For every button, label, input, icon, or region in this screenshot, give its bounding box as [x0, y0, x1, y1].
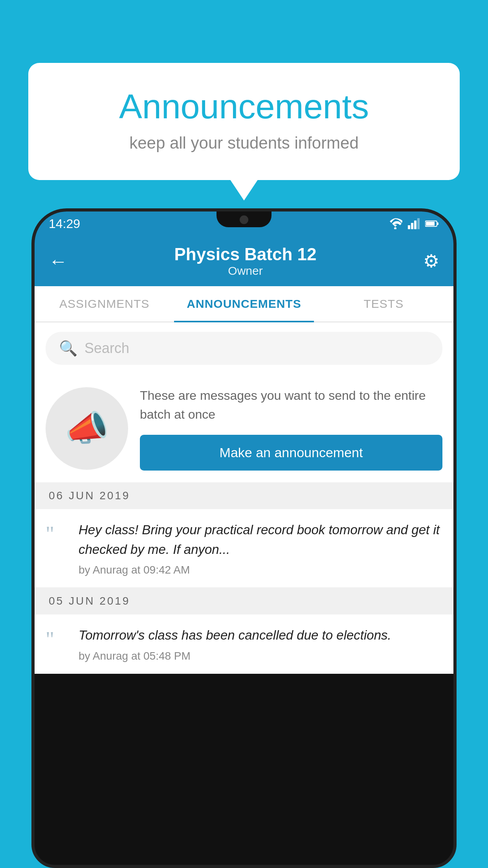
promo-right: These are messages you want to send to t…: [140, 386, 442, 471]
svg-rect-1: [408, 225, 410, 229]
bubble-subtitle: keep all your students informed: [60, 134, 428, 153]
announcement-text-1: Hey class! Bring your practical record b…: [79, 520, 442, 559]
promo-section: 📣 These are messages you want to send to…: [35, 374, 453, 482]
search-placeholder: Search: [84, 340, 129, 357]
megaphone-icon: 📣: [65, 408, 109, 449]
wifi-icon: [388, 218, 402, 229]
header-center: Physics Batch 12 Owner: [174, 245, 317, 278]
tab-assignments[interactable]: ASSIGNMENTS: [35, 286, 174, 322]
svg-rect-4: [417, 218, 420, 229]
bubble-title: Announcements: [60, 86, 428, 127]
date-separator-1: 06 JUN 2019: [35, 482, 453, 509]
search-icon: 🔍: [59, 340, 77, 357]
status-icons: [388, 218, 439, 229]
make-announcement-button[interactable]: Make an announcement: [140, 435, 442, 471]
side-button-left-1: [31, 314, 33, 341]
svg-rect-6: [437, 223, 438, 225]
megaphone-circle: 📣: [46, 387, 128, 470]
svg-rect-2: [411, 223, 413, 229]
tab-announcements[interactable]: ANNOUNCEMENTS: [174, 286, 314, 322]
announcement-item-1[interactable]: " Hey class! Bring your practical record…: [35, 509, 453, 588]
notch: [216, 211, 272, 227]
app-header: ← Physics Batch 12 Owner ⚙: [35, 236, 453, 286]
quote-icon-2: ": [46, 627, 69, 651]
status-bar: 14:29: [35, 211, 453, 236]
phone-frame: 14:29 ←: [31, 208, 457, 868]
svg-rect-3: [414, 221, 416, 229]
announcement-text-2: Tomorrow's class has been cancelled due …: [79, 625, 442, 645]
announcement-meta-1: by Anurag at 09:42 AM: [79, 564, 442, 576]
announcement-meta-2: by Anurag at 05:48 PM: [79, 650, 442, 662]
side-button-right: [455, 337, 457, 377]
svg-point-0: [394, 227, 396, 229]
tab-tests[interactable]: TESTS: [314, 286, 453, 322]
promo-description: These are messages you want to send to t…: [140, 386, 442, 424]
content-area: 🔍 Search 📣 These are messages you want t…: [35, 322, 453, 674]
front-camera: [240, 215, 248, 224]
announcement-content-2: Tomorrow's class has been cancelled due …: [79, 625, 442, 662]
announcement-content-1: Hey class! Bring your practical record b…: [79, 520, 442, 576]
svg-rect-7: [426, 222, 435, 226]
date-separator-2: 05 JUN 2019: [35, 588, 453, 614]
search-bar[interactable]: 🔍 Search: [46, 332, 442, 365]
status-time: 14:29: [49, 217, 80, 231]
back-button[interactable]: ←: [49, 250, 68, 272]
batch-role: Owner: [174, 264, 317, 278]
side-button-left-2: [31, 353, 33, 381]
settings-button[interactable]: ⚙: [423, 250, 439, 272]
battery-icon: [425, 220, 439, 228]
signal-icon: [408, 218, 420, 229]
announcement-item-2[interactable]: " Tomorrow's class has been cancelled du…: [35, 614, 453, 674]
tab-bar: ASSIGNMENTS ANNOUNCEMENTS TESTS: [35, 286, 453, 322]
quote-icon-1: ": [46, 522, 69, 546]
speech-bubble: Announcements keep all your students inf…: [28, 63, 460, 180]
batch-title: Physics Batch 12: [174, 245, 317, 264]
